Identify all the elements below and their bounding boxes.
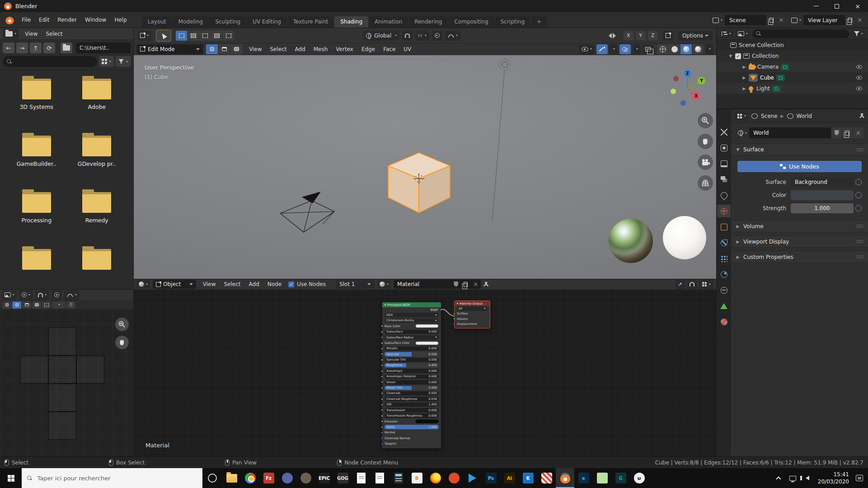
mirror-y-toggle[interactable]: Y [636,31,646,40]
input-socket[interactable] [381,331,383,333]
uv-falloff-dropdown[interactable] [64,290,80,300]
hide-eye-icon[interactable] [856,76,862,80]
outliner-display-dropdown[interactable] [736,29,750,38]
menu-view[interactable]: View [21,28,42,39]
pin-icon[interactable] [859,113,864,118]
input-socket[interactable] [381,420,383,422]
outliner-type-dropdown[interactable] [719,29,733,38]
input-socket[interactable] [381,347,383,350]
zoom-button[interactable] [698,113,713,128]
principled-bsdf-node[interactable]: Principled BSDF BSDF GGXChristensen-Burl… [382,302,441,449]
illustrator-icon[interactable]: Ai [500,468,519,488]
photoshop-icon[interactable]: Ps [482,468,500,488]
node-field-subsurface[interactable]: Subsurface0.000 [385,330,439,334]
toggle-xray-button[interactable] [643,44,653,54]
displacement-input-socket[interactable] [453,323,455,325]
object-visibility-dropdown[interactable] [579,44,595,54]
input-socket[interactable] [381,426,383,428]
material-name-field[interactable]: Material ✕ [394,280,481,289]
proportional-edit-button[interactable] [432,31,442,41]
gizmo-minus-x[interactable] [673,76,679,81]
outliner-row-cube[interactable]: ▶ Cube [717,72,868,83]
world-name-field[interactable]: World [749,127,831,138]
volume-input-socket[interactable] [453,318,455,320]
input-socket[interactable] [381,404,383,406]
grid-view-button[interactable] [698,175,713,191]
gizmo-y-axis[interactable]: Y [698,77,705,84]
discord-icon[interactable] [278,468,296,488]
uv-canvas[interactable] [0,310,133,457]
snap-target-dropdown[interactable]: ⊦⊦ [415,31,429,41]
output-target-dropdown[interactable]: All [457,306,488,311]
menu-vertex[interactable]: Vertex [332,44,357,55]
transform-orientation-dropdown[interactable]: Global [363,31,399,41]
uv-island-select-button[interactable] [42,301,51,309]
up-button[interactable]: ↑ [30,42,42,53]
workspace-tab-animation[interactable]: Animation [369,16,408,28]
camera-object[interactable] [279,191,343,243]
color-swatch[interactable] [415,341,439,345]
gizmo-z-axis[interactable]: Z [684,70,691,77]
animate-dot[interactable] [855,205,862,211]
properties-tab-object[interactable] [717,221,731,233]
filezilla-icon[interactable]: Fz [259,468,278,488]
camera-view-button[interactable] [698,155,713,170]
uv-pivot-dropdown[interactable] [19,290,33,300]
unreal-icon[interactable]: u [630,468,648,488]
scene-selector[interactable]: Scene ✕ [710,15,786,25]
folder-item[interactable] [6,249,67,273]
input-socket[interactable] [381,415,383,417]
green-app-icon[interactable] [593,468,611,488]
properties-tab-object-data[interactable] [717,300,731,312]
input-socket[interactable] [381,336,383,338]
viewport-canvas[interactable]: User Perspective (1) Cube [134,55,716,279]
new-scene-button[interactable] [766,15,776,25]
shading-material-preview-button[interactable] [680,44,692,54]
unlink-material-button[interactable]: ✕ [470,281,481,288]
properties-tab-material[interactable] [717,315,731,328]
node-slider-alpha[interactable]: Alpha1.000 [385,425,439,429]
properties-tab-view-layer[interactable] [717,173,731,186]
workspace-tab-rendering[interactable]: Rendering [408,16,448,28]
notepad-icon[interactable] [352,468,371,488]
uv-sticky-dropdown[interactable] [52,301,66,309]
mirror-x-toggle[interactable]: X [624,31,633,40]
uv-face-select-button[interactable] [32,301,41,309]
node-dropdown-subsurface-radius[interactable]: Subsurface Radius [385,335,439,340]
outliner-search-input[interactable] [752,29,849,38]
breadcrumb-scene[interactable]: Scene [761,113,778,119]
gizmo-minus-z[interactable] [680,100,686,106]
surface-input-socket[interactable] [453,313,455,315]
gizmo-x-axis[interactable]: X [692,92,700,100]
properties-tab-constraints[interactable] [717,284,731,296]
material-output-node[interactable]: Material Output All Surface Volume Displ… [454,300,490,328]
epic-games-icon[interactable]: EPIC [315,468,333,488]
document-icon[interactable] [371,468,389,488]
node-dropdown-christensen-burley[interactable]: Christensen-Burley [385,319,439,323]
calculator-icon[interactable] [389,468,408,488]
node-parent-button[interactable]: ↗ [675,279,685,289]
input-socket[interactable] [381,370,383,372]
input-socket[interactable] [381,409,383,411]
menu-face[interactable]: Face [379,44,399,55]
shading-solid-button[interactable] [669,44,680,54]
refresh-button[interactable]: ⟳ [43,42,55,53]
world-browse-dropdown[interactable] [736,127,749,138]
light-gizmo-icon[interactable] [499,59,511,70]
edge-select-button[interactable] [218,44,230,54]
folder-item[interactable] [67,249,127,273]
display-mode-button[interactable] [99,56,114,67]
menu-edge[interactable]: Edge [357,44,379,55]
path-field[interactable]: C:\Users\t.. [76,42,131,53]
select-mode-intersect[interactable] [223,31,234,41]
pan-button[interactable] [698,134,713,149]
filter-button[interactable] [116,56,131,67]
use-nodes-checkbox[interactable]: ✓ [288,282,294,287]
gimp-icon[interactable] [296,468,315,488]
outliner-row-light[interactable]: ▶ Light [717,83,868,94]
menu-view[interactable]: View [245,44,266,55]
select-mode-extend[interactable] [188,31,199,41]
select-mode-new[interactable] [176,31,187,41]
folder-item[interactable]: 3D Systems [6,79,67,124]
input-socket[interactable] [381,432,383,434]
